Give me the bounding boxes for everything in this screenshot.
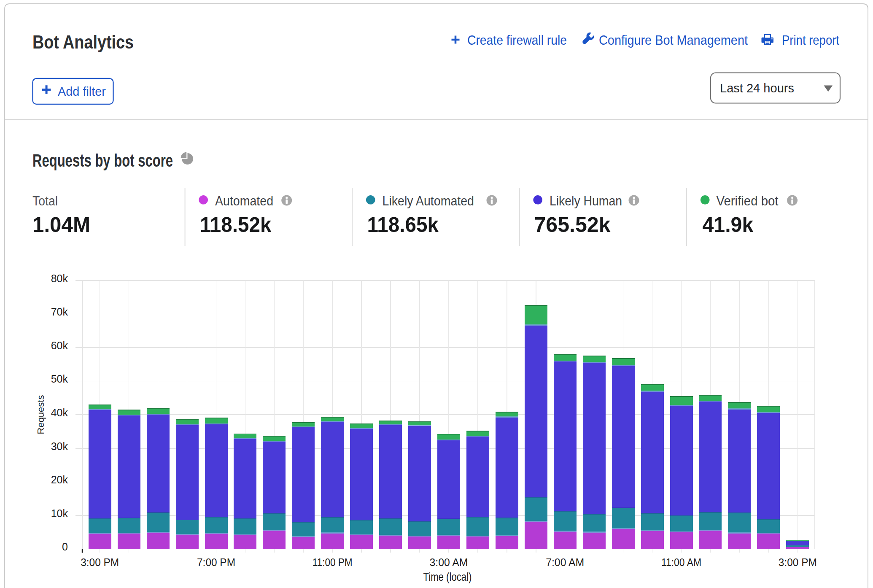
svg-text:60k: 60k <box>51 340 68 351</box>
svg-text:Add filter: Add filter <box>58 85 106 98</box>
svg-text:Create firewall rule: Create firewall rule <box>467 32 567 48</box>
svg-text:3:00 PM: 3:00 PM <box>81 556 119 569</box>
svg-text:Likely Human: Likely Human <box>550 193 622 208</box>
svg-text:765.52k: 765.52k <box>534 213 611 237</box>
svg-text:7:00 AM: 7:00 AM <box>546 556 584 569</box>
svg-text:3:00 PM: 3:00 PM <box>779 556 817 569</box>
svg-text:Requests: Requests <box>35 395 46 434</box>
svg-text:Automated: Automated <box>215 193 273 208</box>
svg-text:Likely Automated: Likely Automated <box>383 193 474 208</box>
svg-text:11:00 AM: 11:00 AM <box>661 556 701 569</box>
svg-text:41.9k: 41.9k <box>702 213 753 237</box>
svg-text:Print report: Print report <box>782 32 839 48</box>
svg-text:40k: 40k <box>51 407 68 418</box>
svg-text:70k: 70k <box>51 306 68 318</box>
svg-text:1.04M: 1.04M <box>32 213 90 237</box>
svg-text:Configure Bot Management: Configure Bot Management <box>599 32 748 48</box>
svg-text:Total: Total <box>32 194 58 208</box>
svg-text:0: 0 <box>62 541 68 553</box>
svg-text:Last 24 hours: Last 24 hours <box>720 81 794 95</box>
svg-text:20k: 20k <box>51 474 68 486</box>
svg-text:50k: 50k <box>51 373 68 385</box>
svg-text:80k: 80k <box>51 272 68 284</box>
svg-text:Verified bot: Verified bot <box>717 193 779 208</box>
svg-text:7:00 PM: 7:00 PM <box>197 556 235 569</box>
svg-text:10k: 10k <box>51 507 68 519</box>
svg-text:118.65k: 118.65k <box>367 213 439 237</box>
svg-text:30k: 30k <box>51 440 68 452</box>
svg-text:Bot Analytics: Bot Analytics <box>32 32 134 52</box>
svg-text:118.52k: 118.52k <box>200 213 272 237</box>
svg-text:Time (local): Time (local) <box>423 570 472 583</box>
svg-text:Requests by bot score: Requests by bot score <box>32 150 173 170</box>
svg-text:3:00 AM: 3:00 AM <box>430 556 468 569</box>
svg-text:11:00 PM: 11:00 PM <box>313 556 353 569</box>
